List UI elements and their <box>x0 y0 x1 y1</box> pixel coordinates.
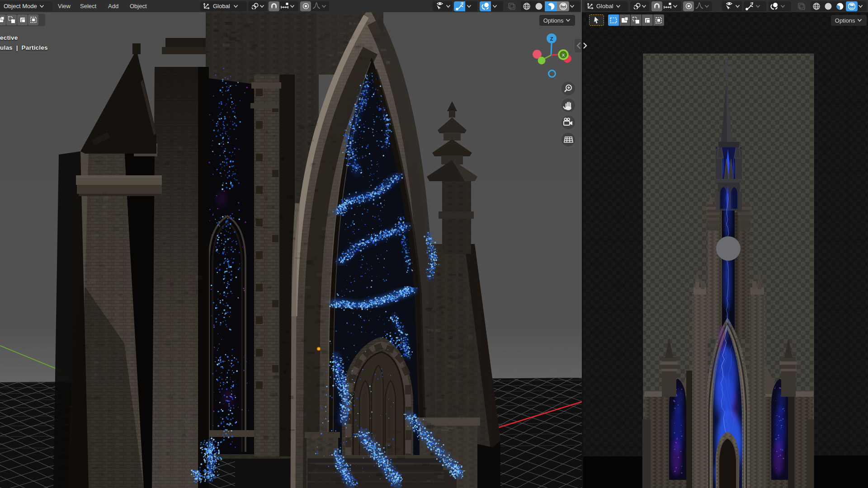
svg-text:X: X <box>562 53 565 57</box>
svg-text:Z: Z <box>550 36 553 42</box>
